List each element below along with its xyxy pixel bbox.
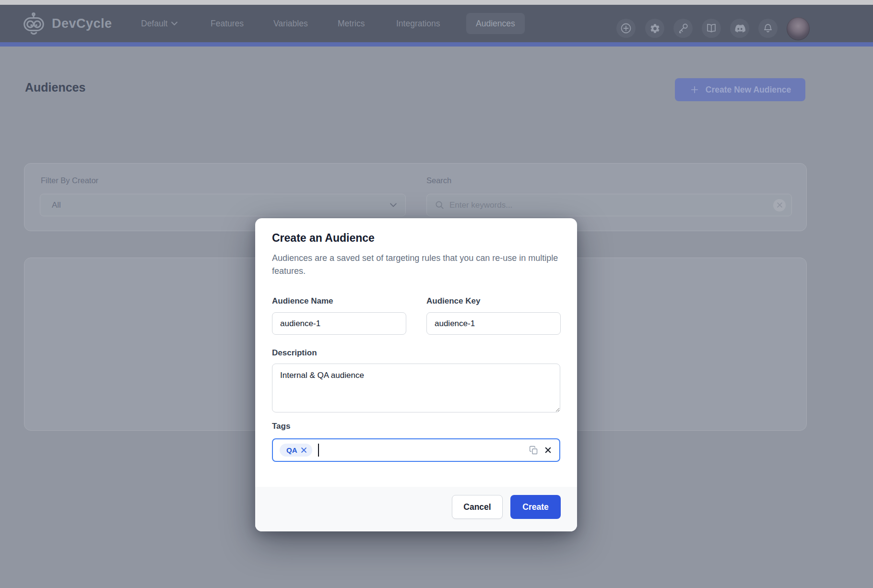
remove-tag-icon[interactable] [301,447,307,453]
clear-tags-icon[interactable] [543,446,553,455]
cancel-button[interactable]: Cancel [452,495,503,519]
tags-input[interactable]: QA [272,438,560,462]
modal-title: Create an Audience [272,232,375,245]
screen: DevCycle Default Features Variables Metr… [0,0,873,588]
create-button-label: Create [522,502,548,512]
copy-icon[interactable] [529,445,539,455]
audience-name-input[interactable] [272,312,406,335]
description-textarea[interactable]: Internal & QA audience [272,364,560,412]
tag-pill-label: QA [286,446,297,454]
audience-key-label: Audience Key [426,296,480,306]
description-label: Description [272,348,317,358]
tags-actions [529,445,553,455]
audience-key-input[interactable] [426,312,561,335]
modal-footer: Cancel Create [255,487,577,531]
modal-subtitle: Audiences are a saved set of targeting r… [272,252,561,278]
audience-name-label: Audience Name [272,296,333,306]
text-cursor [318,444,319,457]
tag-pill: QA [280,444,312,457]
create-button[interactable]: Create [510,495,561,519]
cancel-button-label: Cancel [463,502,491,512]
tags-label: Tags [272,422,290,431]
create-audience-modal: Create an Audience Audiences are a saved… [255,218,577,531]
